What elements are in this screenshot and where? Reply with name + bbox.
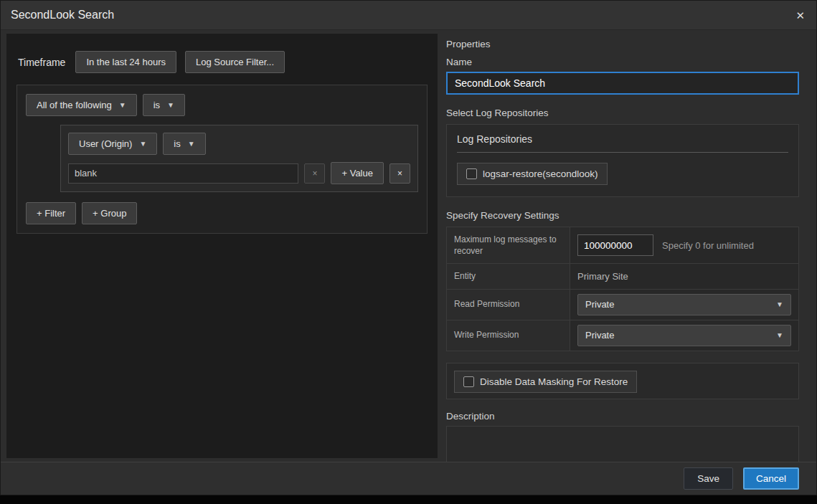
footer: Save Cancel bbox=[1, 462, 816, 495]
titlebar: SecondLook Search ✕ bbox=[1, 1, 816, 30]
cancel-button[interactable]: Cancel bbox=[743, 467, 799, 490]
entity-value: Primary Site bbox=[577, 271, 628, 282]
filter-actions: + Filter + Group bbox=[26, 202, 418, 224]
masking-box: Disable Data Masking For Restore bbox=[446, 363, 799, 399]
dialog-title: SecondLook Search bbox=[11, 9, 114, 22]
secondlook-search-dialog: SecondLook Search ✕ Timeframe In the las… bbox=[0, 0, 817, 495]
recovery-settings-heading: Specify Recovery Settings bbox=[446, 210, 799, 221]
add-filter-button[interactable]: + Filter bbox=[26, 202, 76, 224]
log-repositories-title: Log Repositories bbox=[457, 133, 788, 153]
filter-comparator-dropdown[interactable]: is ▼ bbox=[163, 133, 205, 155]
read-permission-label: Read Permission bbox=[447, 290, 570, 320]
write-permission-label: Write Permission bbox=[447, 320, 570, 351]
filter-item: User (Origin) ▼ is ▼ × + Value × bbox=[60, 125, 418, 192]
chevron-down-icon: ▼ bbox=[119, 102, 126, 109]
recovery-settings-table: Maximum log messages to recover Specify … bbox=[446, 227, 799, 351]
group-comparator-label: is bbox=[154, 100, 160, 110]
log-repository-label: logsar-restore(secondlook) bbox=[483, 168, 598, 179]
filter-item-header: User (Origin) ▼ is ▼ bbox=[68, 133, 410, 155]
filter-comparator-label: is bbox=[174, 138, 180, 149]
group-comparator-dropdown[interactable]: is ▼ bbox=[143, 94, 185, 116]
group-operator-dropdown[interactable]: All of the following ▼ bbox=[26, 94, 137, 116]
filter-value-input[interactable] bbox=[68, 163, 298, 184]
checkbox-icon[interactable] bbox=[466, 168, 477, 179]
filter-field-dropdown[interactable]: User (Origin) ▼ bbox=[68, 133, 157, 155]
chevron-down-icon: ▼ bbox=[776, 332, 783, 339]
query-panel: Timeframe In the last 24 hours Log Sourc… bbox=[6, 34, 438, 458]
log-source-filter-button[interactable]: Log Source Filter... bbox=[185, 51, 285, 73]
add-group-button[interactable]: + Group bbox=[82, 202, 137, 224]
select-log-repositories-label: Select Log Repositories bbox=[446, 108, 799, 118]
entity-label: Entity bbox=[447, 264, 570, 288]
description-textarea[interactable] bbox=[446, 426, 799, 462]
table-row: Read Permission Private ▼ bbox=[447, 290, 798, 320]
log-repositories-box: Log Repositories logsar-restore(secondlo… bbox=[446, 124, 799, 197]
timeframe-button[interactable]: In the last 24 hours bbox=[75, 51, 176, 73]
write-permission-dropdown[interactable]: Private ▼ bbox=[577, 325, 791, 346]
read-permission-value: Private bbox=[585, 299, 614, 310]
chevron-down-icon: ▼ bbox=[167, 102, 174, 109]
table-row: Entity Primary Site bbox=[447, 264, 798, 289]
remove-filter-button[interactable]: × bbox=[389, 163, 410, 184]
timeframe-label: Timeframe bbox=[18, 57, 65, 68]
name-label: Name bbox=[446, 57, 799, 67]
name-input[interactable] bbox=[446, 72, 799, 95]
table-row: Write Permission Private ▼ bbox=[447, 320, 798, 351]
description-label: Description bbox=[446, 411, 799, 422]
max-messages-input[interactable] bbox=[577, 234, 653, 256]
chevron-down-icon: ▼ bbox=[188, 141, 195, 148]
max-messages-label: Maximum log messages to recover bbox=[447, 227, 570, 263]
save-button[interactable]: Save bbox=[684, 467, 733, 490]
timeframe-row: Timeframe In the last 24 hours Log Sourc… bbox=[6, 34, 438, 73]
close-icon[interactable]: ✕ bbox=[795, 10, 805, 21]
remove-value-button[interactable]: × bbox=[304, 163, 325, 184]
chevron-down-icon: ▼ bbox=[776, 301, 783, 308]
properties-heading: Properties bbox=[446, 39, 799, 49]
disable-masking-label: Disable Data Masking For Restore bbox=[480, 376, 628, 387]
add-value-button[interactable]: + Value bbox=[331, 162, 384, 184]
max-messages-hint: Specify 0 for unlimited bbox=[662, 240, 754, 251]
dialog-body: Timeframe In the last 24 hours Log Sourc… bbox=[1, 30, 816, 462]
checkbox-icon[interactable] bbox=[463, 376, 474, 387]
read-permission-dropdown[interactable]: Private ▼ bbox=[577, 294, 791, 315]
properties-panel: Properties Name Select Log Repositories … bbox=[438, 30, 816, 462]
group-operator-label: All of the following bbox=[37, 100, 112, 110]
filter-field-label: User (Origin) bbox=[79, 138, 132, 149]
table-row: Maximum log messages to recover Specify … bbox=[447, 227, 798, 264]
chevron-down-icon: ▼ bbox=[139, 141, 146, 148]
filter-value-row: × + Value × bbox=[68, 162, 410, 184]
filter-builder: All of the following ▼ is ▼ User (Origin… bbox=[16, 85, 428, 234]
log-repository-item[interactable]: logsar-restore(secondlook) bbox=[457, 163, 608, 185]
write-permission-value: Private bbox=[585, 330, 614, 341]
filter-group-header: All of the following ▼ is ▼ bbox=[26, 94, 418, 116]
disable-masking-item[interactable]: Disable Data Masking For Restore bbox=[454, 371, 637, 393]
